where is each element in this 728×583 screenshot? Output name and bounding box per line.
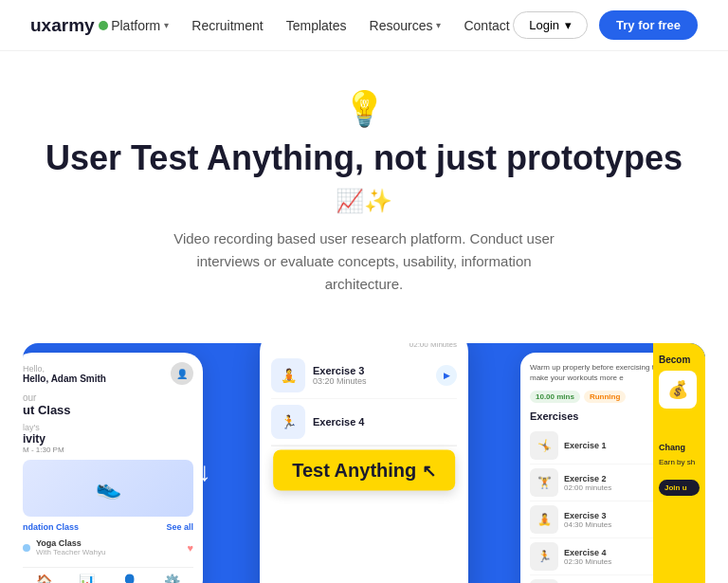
platform-chevron-icon: ▾ [164, 20, 169, 30]
login-chevron-icon: ▾ [565, 18, 572, 32]
time-badge: 10.00 mins [530, 391, 580, 403]
yoga-class-item: Yoga Class With Teacher Wahyu ♥ [23, 536, 193, 559]
settings-nav-icon: ⚙️ [164, 574, 180, 583]
phone-nav-bar: 🏠 📊 👤 ⚙️ [23, 567, 193, 583]
arrow-icon: ↓ [198, 457, 211, 487]
nav-contact[interactable]: Contact [464, 18, 509, 33]
hero-wave-icon: 📈✨ [336, 188, 392, 214]
logo-dot [99, 21, 108, 30]
nav-recruitment[interactable]: Recruitment [191, 18, 263, 33]
hero-visual: Hello, Hello, Adam Smith 👤 our ut Class … [23, 343, 705, 583]
exercise-4-item: 🏃 Exercise 4 [271, 399, 457, 446]
resources-chevron-icon: ▾ [436, 20, 441, 30]
hero-section: 💡 User Test Anything, not just prototype… [0, 51, 728, 315]
shoe-illustration: 👟 [23, 460, 193, 517]
hero-title: 💡 User Test Anything, not just prototype… [30, 89, 698, 214]
ex3-thumb: 🧘 [271, 358, 305, 392]
user-avatar: 👤 [171, 362, 193, 385]
try-for-free-button[interactable]: Try for free [599, 10, 698, 40]
user-nav-icon: 👤 [121, 574, 137, 583]
logo-text: uxarmy [30, 14, 95, 36]
rec-label: ndation Class See all [23, 522, 193, 532]
nav-actions: Login ▾ Try for free [513, 10, 698, 40]
login-button[interactable]: Login ▾ [513, 11, 588, 39]
nav-resources[interactable]: Resources ▾ [370, 18, 442, 33]
logo[interactable]: uxarmy [30, 14, 108, 36]
cursor-icon: ↖ [422, 462, 436, 481]
test-anything-badge: Test Anything ↖ [273, 450, 455, 491]
home-nav-icon: 🏠 [36, 574, 52, 583]
become-panel: Becom 💰 Chang Earn by sh Join u [653, 343, 705, 583]
nav-platform[interactable]: Platform ▾ [111, 18, 169, 33]
run-badge: Running [584, 391, 626, 403]
chart-nav-icon: 📊 [79, 574, 95, 583]
navbar: uxarmy Platform ▾ Recruitment Templates … [0, 0, 728, 51]
nav-links: Platform ▾ Recruitment Templates Resourc… [111, 18, 510, 33]
hero-subtitle: Video recording based user research plat… [165, 228, 563, 296]
exercise-3-item: 🧘 Exercise 3 03:20 Minutes ▶ [271, 353, 457, 399]
hero-emoji: 💡 [343, 89, 386, 129]
phone-left-mock: Hello, Hello, Adam Smith 👤 our ut Class … [23, 353, 203, 583]
nav-templates[interactable]: Templates [286, 18, 347, 33]
ex4-thumb: 🏃 [271, 405, 305, 439]
play-button[interactable]: ▶ [436, 365, 457, 386]
